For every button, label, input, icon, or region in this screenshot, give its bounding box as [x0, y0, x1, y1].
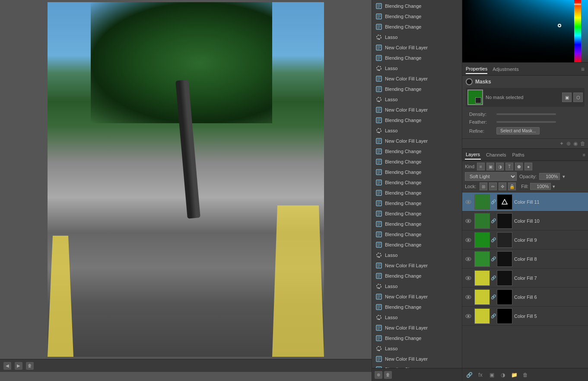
history-item[interactable]: Blending Change [372, 115, 462, 125]
tab-properties[interactable]: Properties [466, 64, 487, 74]
color-hue-strip[interactable] [574, 0, 581, 62]
layer-item[interactable]: 🔗Color Fill 9 [462, 231, 588, 250]
history-item[interactable]: New Color Fill Layer [372, 136, 462, 146]
history-item[interactable]: Blending Change [372, 22, 462, 32]
layers-group-icon[interactable]: 📁 [510, 371, 518, 379]
layers-menu-icon[interactable]: ≡ [583, 152, 585, 157]
kind-pixel-icon[interactable]: ▣ [486, 163, 494, 170]
history-item[interactable]: Lasso [372, 312, 462, 323]
layer-visibility-icon[interactable] [464, 312, 473, 320]
history-item[interactable]: Blending Change [372, 53, 462, 63]
history-item[interactable]: New Color Fill Layer [372, 105, 462, 115]
layer-visibility-icon[interactable] [464, 217, 473, 225]
history-item[interactable]: New Color Fill Layer [372, 42, 462, 53]
tab-adjustments[interactable]: Adjustments [493, 65, 519, 74]
prop-delete-icon[interactable]: 🗑 [580, 141, 585, 147]
mask-add-vector-btn[interactable]: ⬡ [573, 93, 583, 102]
lock-draw-icon[interactable]: ✏ [489, 182, 497, 190]
layer-item[interactable]: 🔗Color Fill 5 [462, 307, 588, 326]
history-item[interactable]: New Color Fill Layer [372, 291, 462, 302]
layer-item[interactable]: 🔗Color Fill 10 [462, 211, 588, 231]
layers-delete-icon[interactable]: 🗑 [521, 371, 530, 379]
history-new-icon[interactable]: ⊕ [375, 371, 382, 379]
layers-adjustment-icon[interactable]: ◑ [499, 371, 507, 379]
history-item[interactable]: Blending Change [372, 240, 462, 250]
history-item[interactable]: Blending Change [372, 84, 462, 94]
layer-item[interactable]: 🔗Color Fill 8 [462, 250, 588, 269]
prop-add-icon[interactable]: ✦ [559, 141, 564, 147]
kind-shape-icon[interactable]: ⬟ [515, 163, 523, 170]
layers-fx-icon[interactable]: fx [476, 371, 485, 379]
prop-eye-icon[interactable]: ◉ [573, 141, 578, 147]
layer-item[interactable]: 🔗Color Fill 7 [462, 269, 588, 288]
history-item[interactable]: Lasso [372, 32, 462, 42]
history-item[interactable]: Lasso [372, 343, 462, 354]
canvas-delete-icon[interactable]: 🗑 [26, 362, 34, 370]
lock-pixels-icon[interactable]: ⊞ [480, 182, 487, 190]
fill-value[interactable]: 100% [530, 183, 551, 190]
color-gradient-picker[interactable] [558, 24, 561, 27]
history-item[interactable]: Blending Change [372, 188, 462, 198]
history-item[interactable]: Lasso [372, 250, 462, 260]
canvas-next-icon[interactable]: ▶ [15, 362, 22, 370]
history-item[interactable]: Blending Change [372, 157, 462, 167]
color-alpha-strip[interactable] [581, 0, 588, 62]
layer-visibility-icon[interactable] [464, 255, 473, 263]
feather-slider[interactable] [496, 121, 556, 123]
history-item[interactable]: Blending Change [372, 364, 462, 368]
mask-add-pixel-btn[interactable]: ▣ [562, 93, 572, 102]
history-item[interactable]: Lasso [372, 281, 462, 291]
history-item[interactable]: Blending Change [372, 167, 462, 177]
layer-item[interactable]: 🔗Color Fill 6 [462, 288, 588, 307]
history-item[interactable]: Lasso [372, 94, 462, 105]
layer-visibility-icon[interactable] [464, 198, 473, 206]
kind-smart-icon[interactable]: ● [524, 163, 532, 170]
history-delete-icon[interactable]: 🗑 [384, 371, 392, 379]
history-item[interactable]: Blending Change [372, 219, 462, 229]
history-list[interactable]: Blending ChangeBlending ChangeBlending C… [372, 0, 462, 368]
history-item[interactable]: New Color Fill Layer [372, 74, 462, 84]
layers-mask-icon[interactable]: ▣ [487, 371, 496, 379]
history-item[interactable]: Lasso [372, 63, 462, 74]
blend-mode-dropdown[interactable]: Soft Light Normal Multiply Screen [465, 172, 517, 181]
kind-adjustment-icon[interactable]: ◑ [496, 163, 504, 170]
properties-menu-icon[interactable]: ≡ [581, 66, 585, 73]
history-item[interactable]: Blending Change [372, 146, 462, 157]
layer-item[interactable]: 🔗Color Fill 11 [462, 192, 588, 211]
layer-visibility-icon[interactable] [464, 274, 473, 282]
color-picker-area[interactable] [462, 0, 588, 63]
tab-paths[interactable]: Paths [512, 150, 525, 159]
layer-visibility-icon[interactable] [464, 236, 473, 244]
history-item[interactable]: Blending Change [372, 11, 462, 22]
history-item[interactable]: New Color Fill Layer [372, 260, 462, 271]
color-gradient[interactable] [462, 0, 574, 62]
lock-all-icon[interactable]: 🔒 [508, 182, 516, 190]
history-item[interactable]: Blending Change [372, 229, 462, 240]
history-item[interactable]: New Color Fill Layer [372, 323, 462, 333]
kind-all-icon[interactable]: ≡ [477, 163, 485, 170]
color-hue-thumb[interactable] [574, 3, 581, 5]
layer-visibility-icon[interactable] [464, 293, 473, 301]
history-item[interactable]: Blending Change [372, 271, 462, 281]
history-item[interactable]: New Color Fill Layer [372, 354, 462, 364]
kind-type-icon[interactable]: T [505, 163, 513, 170]
history-item[interactable]: Blending Change [372, 302, 462, 312]
layers-link-icon[interactable]: 🔗 [465, 371, 474, 379]
history-item[interactable]: Blending Change [372, 177, 462, 188]
lock-move-icon[interactable]: ✥ [499, 182, 506, 190]
tab-layers[interactable]: Layers [465, 150, 481, 160]
density-slider[interactable] [496, 113, 556, 115]
opacity-chevron-icon[interactable]: ▾ [563, 174, 565, 179]
history-item[interactable]: Blending Change [372, 198, 462, 208]
history-item[interactable]: Blending Change [372, 1, 462, 11]
tab-channels[interactable]: Channels [485, 150, 507, 159]
select-and-mask-btn[interactable]: Select and Mask... [496, 127, 540, 134]
layers-list[interactable]: 🔗Color Fill 11🔗Color Fill 10🔗Color Fill … [462, 192, 588, 368]
history-item[interactable]: Lasso [372, 125, 462, 136]
history-item[interactable]: Blending Change [372, 208, 462, 219]
fill-chevron-icon[interactable]: ▾ [553, 184, 555, 189]
prop-plus-icon[interactable]: ⊕ [566, 141, 571, 147]
history-item[interactable]: Blending Change [372, 333, 462, 343]
opacity-value[interactable]: 100% [539, 173, 560, 180]
canvas-prev-icon[interactable]: ◀ [3, 362, 11, 370]
